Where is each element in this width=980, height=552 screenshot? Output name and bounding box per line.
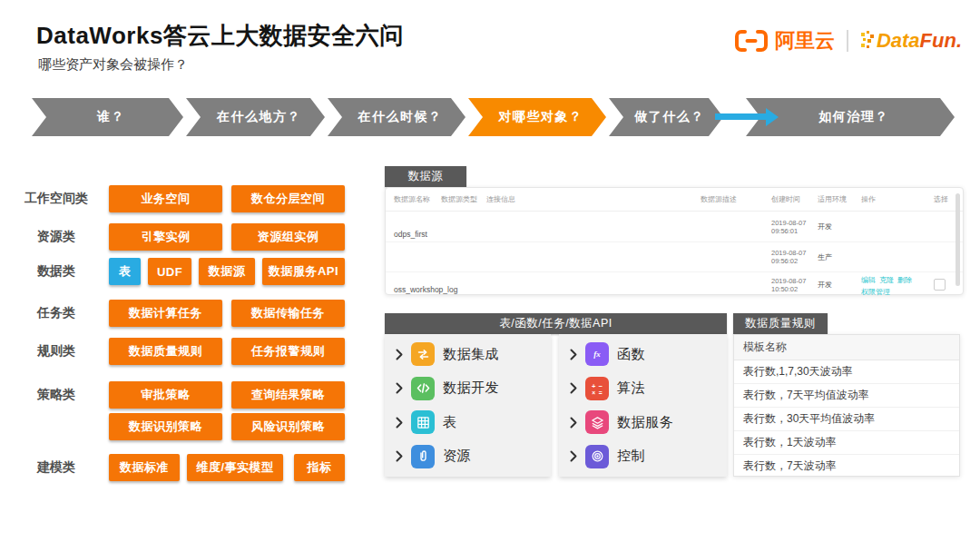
flow-step-where: 在什么地方？	[186, 98, 325, 136]
tree-item[interactable]: 数据开发	[385, 373, 551, 404]
tree-item-label: 资源	[443, 448, 471, 465]
datafun-logo-text-1: Data	[877, 29, 920, 53]
flow-step-when: 在什么时候？	[328, 98, 466, 136]
column-header: 操作	[861, 194, 934, 204]
slide: DataWorks答云上大数据安全六问 哪些资产对象会被操作？ 阿里云 Data…	[0, 0, 980, 552]
asset-button[interactable]: 查询结果策略	[231, 381, 345, 409]
connection-info-cell	[486, 212, 701, 242]
flow-step-label: 如何治理？	[811, 109, 889, 125]
quality-rule-row[interactable]: 表行数，30天平均值波动率	[734, 408, 959, 431]
chevron-right-icon[interactable]	[570, 349, 577, 360]
logo-area: 阿里云 DataFun.	[733, 25, 962, 56]
tree-item[interactable]: 资源	[385, 441, 551, 472]
paperclip-icon	[411, 445, 435, 468]
tree-item[interactable]: 控制	[559, 441, 727, 472]
asset-button[interactable]: 数据传输任务	[231, 300, 345, 327]
asset-button[interactable]: 数仓分层空间	[231, 185, 345, 212]
flow-step-label: 在什么地方？	[210, 109, 301, 125]
category-label: 资源类	[15, 229, 98, 245]
datasource-type-cell	[441, 212, 486, 242]
action-link[interactable]: 权限管理	[861, 288, 890, 297]
asset-button[interactable]: 引擎实例	[109, 223, 222, 251]
chevron-right-icon[interactable]	[396, 349, 403, 360]
tree-item[interactable]: 数据服务	[559, 407, 727, 438]
datasource-name: odps_first	[394, 230, 441, 242]
target-icon	[585, 445, 609, 468]
tab-datasource[interactable]: 数据源	[385, 166, 466, 187]
datasource-name: oss_workshop_log	[394, 285, 441, 297]
column-header: 选择	[934, 194, 956, 204]
column-header: 创建时间	[771, 194, 818, 204]
created-time: 2019-08-0709:56:01	[771, 219, 818, 235]
asset-button[interactable]: 数据质量规则	[109, 338, 222, 365]
scrollbar[interactable]	[956, 193, 960, 286]
asset-button[interactable]: 数据计算任务	[109, 300, 222, 327]
asset-button[interactable]: 任务报警规则	[231, 338, 345, 365]
tree-item[interactable]: 数据集成	[385, 339, 551, 370]
aliyun-brackets-icon	[733, 28, 769, 54]
chevron-right-icon[interactable]	[570, 382, 577, 394]
tree-item[interactable]: 表	[385, 407, 551, 438]
asset-button[interactable]: 数据服务API	[262, 258, 345, 285]
asset-button[interactable]: UDF	[148, 258, 191, 285]
quality-rule-row[interactable]: 表行数,1,7,30天波动率	[734, 360, 959, 384]
select-cell	[934, 272, 956, 297]
tree-item-label: 算法	[617, 380, 645, 397]
tree-item[interactable]: fx函数	[559, 339, 727, 370]
chevron-right-icon[interactable]	[396, 417, 403, 429]
tree-column-right: fx函数+−×=算法数据服务控制	[559, 334, 727, 477]
tree-item-label: 数据服务	[617, 414, 673, 431]
quality-rules-table: 模板名称表行数,1,7,30天波动率表行数，7天平均值波动率表行数，30天平均值…	[733, 334, 960, 477]
asset-button[interactable]: 资源组实例	[231, 223, 345, 251]
asset-button[interactable]: 业务空间	[109, 185, 222, 212]
datasource-row: odps_first2019-08-0709:56:01开发	[386, 212, 963, 242]
asset-button[interactable]: 指标	[294, 454, 345, 481]
datasource-row: 2019-08-0709:56:02生产	[386, 242, 963, 271]
tree-column-left: 数据集成数据开发表资源	[385, 334, 551, 477]
action-link[interactable]: 编辑	[861, 276, 876, 285]
category-label: 建模类	[15, 459, 98, 476]
aliyun-logo: 阿里云	[733, 27, 835, 54]
action-link[interactable]: 删除	[897, 276, 912, 285]
tree-item-label: 控制	[617, 448, 645, 465]
datafun-logo: DataFun.	[860, 29, 962, 53]
tree-item-label: 函数	[617, 346, 645, 363]
chevron-right-icon[interactable]	[396, 382, 403, 394]
datasource-desc-cell	[701, 242, 771, 271]
connection-info-cell	[486, 272, 701, 297]
category-label: 规则类	[15, 343, 98, 360]
quality-rule-row[interactable]: 表行数，1天波动率	[734, 431, 959, 455]
asset-button[interactable]: 数据标准	[109, 454, 180, 481]
datasource-desc-cell	[701, 212, 771, 242]
connection-info-cell	[486, 242, 701, 271]
svg-text:=: =	[599, 389, 603, 396]
asset-button[interactable]: 审批策略	[109, 381, 222, 409]
action-link[interactable]: 克隆	[879, 276, 894, 285]
category-label: 数据类	[15, 263, 98, 280]
category-label: 工作空间类	[15, 191, 98, 207]
datasource-name	[394, 269, 441, 271]
datasource-type-cell	[441, 272, 486, 297]
asset-button[interactable]: 维度/事实模型	[187, 454, 283, 481]
created-time: 2019-08-0709:56:02	[771, 249, 818, 265]
created-time: 2019-08-0710:50:02	[771, 277, 818, 293]
tab-quality-rules[interactable]: 数据质量规则	[733, 313, 828, 334]
asset-button[interactable]: 表	[109, 258, 141, 285]
datasource-table: 数据源名称数据源类型连接信息数据源描述创建时间适用环境操作选择odps_firs…	[385, 187, 964, 295]
chevron-right-icon[interactable]	[570, 417, 577, 429]
next-arrow-icon	[715, 113, 766, 120]
chevron-right-icon[interactable]	[570, 450, 577, 462]
column-header: 数据源描述	[701, 194, 771, 204]
flow-step-what: 做了什么？	[609, 98, 723, 136]
asset-button[interactable]: 风险识别策略	[231, 413, 345, 440]
row-checkbox[interactable]	[934, 279, 946, 291]
tree-item[interactable]: +−×=算法	[559, 373, 727, 404]
quality-rule-row[interactable]: 表行数，7天平均值波动率	[734, 384, 959, 408]
quality-rule-row[interactable]: 表行数，7天波动率	[734, 455, 959, 478]
asset-button[interactable]: 数据源	[199, 258, 255, 285]
chevron-right-icon[interactable]	[396, 450, 403, 462]
tree-item-label: 表	[443, 414, 457, 431]
datafun-logo-text-2: Fun.	[920, 29, 962, 53]
column-header: 适用环境	[818, 194, 861, 204]
asset-button[interactable]: 数据识别策略	[109, 413, 222, 440]
